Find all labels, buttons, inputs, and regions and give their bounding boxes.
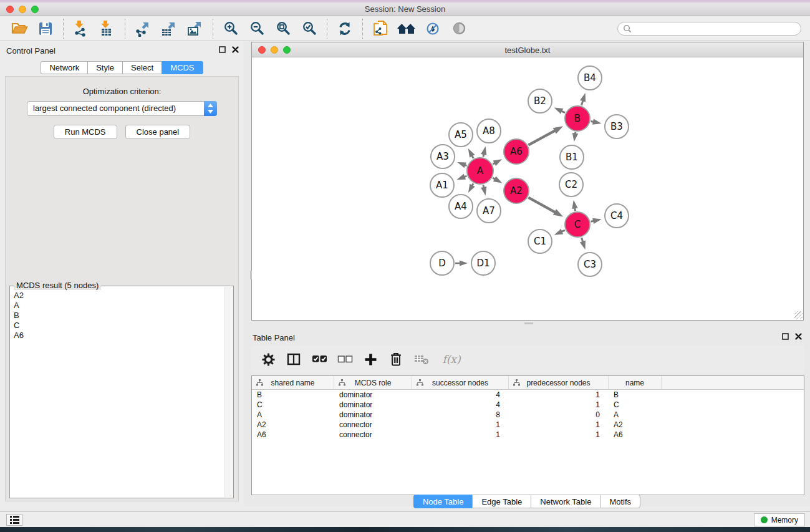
graph-node-label: A3 — [436, 151, 449, 162]
toolbar-separator — [63, 19, 64, 39]
column-type-icon — [339, 379, 345, 386]
tab-style[interactable]: Style — [87, 61, 122, 74]
show-columns-icon[interactable] — [286, 351, 302, 368]
deselect-all-icon[interactable] — [337, 351, 353, 368]
column-header-mcds-role[interactable]: MCDS role — [334, 376, 412, 389]
column-header-shared-name[interactable]: shared name — [252, 376, 334, 389]
import-table-icon[interactable] — [94, 18, 120, 39]
graph-edge[interactable] — [528, 130, 555, 145]
refresh-icon[interactable] — [332, 18, 358, 39]
tab-select[interactable]: Select — [122, 61, 162, 74]
network-graph[interactable]: B4B2BB3A8A5A6B1A3AC2A1A2A4A7C4CC1DD1C3 — [252, 57, 803, 320]
control-panel: Control Panel NetworkStyleSelectMCDS Opt… — [0, 41, 244, 514]
close-table-panel-icon[interactable] — [795, 333, 802, 340]
table-panel-title: Table Panel — [253, 333, 295, 342]
fx-icon: f(x) — [442, 353, 460, 365]
close-panel-icon[interactable] — [232, 46, 239, 53]
graph-edge-arrowhead — [493, 177, 502, 183]
table-row[interactable]: Cdominator41C — [252, 400, 804, 410]
table-body: Bdominator41BCdominator41CAdominator80AA… — [252, 390, 804, 440]
import-network-icon[interactable] — [68, 18, 94, 39]
column-header-predecessor-nodes[interactable]: predecessor nodes — [509, 376, 609, 389]
control-panel-tabs: NetworkStyleSelectMCDS — [0, 61, 244, 74]
graph-node-label: A2 — [510, 185, 523, 196]
result-item: C — [14, 321, 229, 331]
open-file-icon[interactable] — [6, 18, 32, 39]
float-table-panel-icon[interactable] — [782, 333, 789, 340]
tab-network-table[interactable]: Network Table — [531, 495, 600, 508]
graph-node-label: B1 — [566, 152, 578, 163]
toolbar-separator — [327, 19, 327, 39]
delete-column-icon[interactable] — [388, 351, 404, 368]
result-item: B — [14, 311, 229, 321]
resize-grip[interactable] — [794, 311, 803, 319]
search-input[interactable] — [632, 24, 796, 33]
column-type-icon — [513, 379, 520, 386]
table-row[interactable]: Adominator80A — [252, 410, 804, 420]
workspace-area: testGlobe.txt B4B2BB3A8A5A6B1A3AC2A1A2A4… — [244, 41, 810, 506]
graph-node-label: B2 — [534, 95, 546, 107]
tab-motifs[interactable]: Motifs — [600, 495, 640, 508]
graph-node-label: A — [477, 165, 484, 177]
zoom-out-icon[interactable] — [244, 18, 270, 39]
tab-edge-table[interactable]: Edge Table — [472, 495, 531, 508]
cell-mcds-role: dominator — [334, 410, 412, 419]
graph-edge-arrowhead — [468, 184, 475, 193]
float-panel-icon[interactable] — [219, 46, 226, 53]
table-settings-gear-icon[interactable] — [260, 351, 276, 368]
table-row[interactable]: A2connector11A2 — [252, 420, 804, 430]
graph-node-label: B — [574, 113, 581, 124]
clone-network-icon[interactable] — [367, 18, 393, 39]
table-row[interactable]: A6connector11A6 — [252, 430, 804, 440]
search-box[interactable] — [617, 22, 801, 36]
splitpane-handle[interactable] — [524, 322, 533, 324]
table-row[interactable]: Bdominator41B — [252, 390, 804, 400]
graph-edge-arrowhead — [572, 133, 578, 142]
cell-name: C — [609, 400, 662, 409]
graph-edge-arrowhead — [456, 174, 466, 180]
save-session-icon[interactable] — [32, 18, 59, 39]
graph-node-label: C4 — [610, 210, 623, 221]
main-titlebar: Session: New Session — [0, 2, 810, 16]
zoom-selected-icon[interactable] — [296, 18, 322, 39]
table-toolbar: f(x) — [251, 346, 804, 373]
close-panel-button[interactable]: Close panel — [125, 125, 191, 139]
run-mcds-button[interactable]: Run MCDS — [54, 125, 117, 139]
graph-edge[interactable] — [528, 198, 556, 213]
export-network-icon[interactable] — [130, 18, 156, 39]
tab-mcds[interactable]: MCDS — [162, 61, 203, 74]
zoom-in-icon[interactable] — [218, 18, 244, 39]
node-table[interactable]: shared nameMCDS rolesuccessor nodesprede… — [251, 375, 804, 495]
memory-button[interactable]: Memory — [754, 513, 805, 526]
export-table-icon[interactable] — [156, 18, 182, 39]
graph-node-label: B4 — [584, 72, 596, 84]
hide-annotations-icon[interactable] — [420, 18, 446, 39]
add-column-icon[interactable] — [362, 351, 378, 368]
cybrowser-home-icon[interactable] — [393, 18, 420, 39]
graph-edge-arrowhead — [572, 200, 577, 209]
tab-node-table[interactable]: Node Table — [413, 495, 473, 508]
network-canvas[interactable]: B4B2BB3A8A5A6B1A3AC2A1A2A4A7C4CC1DD1C3 — [252, 57, 803, 320]
graph-edge-arrowhead — [580, 93, 586, 102]
splitpane-handle[interactable] — [250, 271, 252, 279]
graph-edge-arrowhead — [468, 148, 475, 157]
graph-node-label: A8 — [483, 125, 495, 137]
cell-shared-name: A6 — [252, 430, 334, 439]
select-stepper-icon[interactable] — [204, 101, 217, 116]
result-scrollbar[interactable] — [224, 287, 233, 497]
table-panel-header: Table Panel — [244, 328, 810, 344]
export-image-icon[interactable] — [182, 18, 208, 39]
show-graphics-details-icon[interactable] — [446, 18, 472, 39]
graph-edge-arrowhead — [553, 126, 563, 133]
graph-edge-arrowhead — [460, 261, 468, 266]
network-frame-titlebar[interactable]: testGlobe.txt — [252, 42, 803, 57]
column-header-successor-nodes[interactable]: successor nodes — [412, 376, 509, 389]
tab-network[interactable]: Network — [41, 61, 87, 74]
column-header-name[interactable]: name — [609, 376, 662, 389]
control-panel-header: Control Panel — [0, 41, 244, 60]
task-history-button[interactable] — [6, 514, 22, 526]
desktop-wallpaper — [0, 527, 810, 532]
zoom-fit-icon[interactable] — [270, 18, 296, 39]
select-all-icon[interactable] — [311, 351, 327, 368]
criterion-select[interactable]: largest connected component (directed) — [27, 101, 217, 116]
